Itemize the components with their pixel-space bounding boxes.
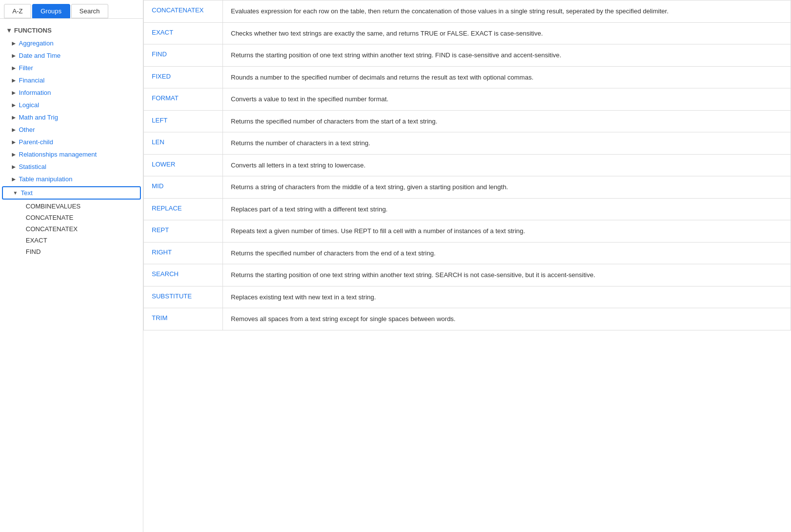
function-desc-concatenatex: Evaluates expression for each row on the… xyxy=(223,0,791,23)
function-desc-left: Returns the specified number of characte… xyxy=(223,110,791,132)
table-row: LEFTReturns the specified number of char… xyxy=(144,110,791,132)
table-row: FORMATConverts a value to text in the sp… xyxy=(144,88,791,111)
function-name-concatenatex[interactable]: CONCATENATEX xyxy=(144,0,223,23)
sidebar-item-filter[interactable]: ▶ Filter xyxy=(0,62,143,74)
table-row: EXACTChecks whether two text strings are… xyxy=(144,22,791,44)
tab-az[interactable]: A-Z xyxy=(4,4,31,18)
sub-item-exact[interactable]: EXACT xyxy=(8,235,143,246)
function-desc-mid: Returns a string of characters from the … xyxy=(223,176,791,199)
sub-item-combinevalues[interactable]: COMBINEVALUES xyxy=(8,201,143,212)
sidebar-item-date-time[interactable]: ▶ Date and Time xyxy=(0,49,143,62)
table-row: FINDReturns the starting position of one… xyxy=(144,44,791,67)
sidebar-item-relationships[interactable]: ▶ Relationships management xyxy=(0,148,143,161)
table-row: MIDReturns a string of characters from t… xyxy=(144,176,791,199)
sidebar-item-parent-child[interactable]: ▶ Parent-child xyxy=(0,136,143,148)
table-row: REPTRepeats text a given number of times… xyxy=(144,220,791,243)
other-arrow-icon: ▶ xyxy=(12,127,16,132)
math-trig-arrow-icon: ▶ xyxy=(12,115,16,120)
function-desc-fixed: Rounds a number to the specified number … xyxy=(223,66,791,88)
table-row: FIXEDRounds a number to the specified nu… xyxy=(144,66,791,88)
function-name-trim[interactable]: TRIM xyxy=(144,308,223,330)
table-row: SUBSTITUTEReplaces existing text with ne… xyxy=(144,286,791,308)
table-row: CONCATENATEXEvaluates expression for eac… xyxy=(144,0,791,23)
function-name-exact[interactable]: EXACT xyxy=(144,22,223,44)
function-name-substitute[interactable]: SUBSTITUTE xyxy=(144,286,223,308)
sidebar-item-other[interactable]: ▶ Other xyxy=(0,123,143,136)
function-desc-rept: Repeats text a given number of times. Us… xyxy=(223,220,791,243)
table-row: REPLACEReplaces part of a text string wi… xyxy=(144,198,791,220)
function-name-search[interactable]: SEARCH xyxy=(144,264,223,286)
sub-item-concatenatex[interactable]: CONCATENATEX xyxy=(8,223,143,235)
sidebar-item-math-trig[interactable]: ▶ Math and Trig xyxy=(0,111,143,123)
function-desc-lower: Converts all letters in a text string to… xyxy=(223,154,791,176)
financial-arrow-icon: ▶ xyxy=(12,78,16,83)
text-sub-items: COMBINEVALUES CONCATENATE CONCATENATEX E… xyxy=(0,201,143,257)
function-desc-right: Returns the specified number of characte… xyxy=(223,242,791,264)
logical-label: Logical xyxy=(19,101,39,109)
function-name-left[interactable]: LEFT xyxy=(144,110,223,132)
functions-section-label: ▼ FUNCTIONS xyxy=(6,27,51,34)
sidebar: A-Z Groups Search ▼ FUNCTIONS ▶ Aggregat… xyxy=(0,0,143,532)
other-label: Other xyxy=(19,126,35,133)
function-name-find[interactable]: FIND xyxy=(144,44,223,67)
filter-arrow-icon: ▶ xyxy=(12,65,16,71)
function-name-lower[interactable]: LOWER xyxy=(144,154,223,176)
functions-table: CONCATENATEXEvaluates expression for eac… xyxy=(143,0,791,330)
function-name-rept[interactable]: REPT xyxy=(144,220,223,243)
financial-label: Financial xyxy=(19,77,44,84)
aggregation-arrow-icon: ▶ xyxy=(12,41,16,46)
function-name-fixed[interactable]: FIXED xyxy=(144,66,223,88)
sidebar-item-table-manipulation[interactable]: ▶ Table manipulation xyxy=(0,173,143,185)
sidebar-item-text[interactable]: ▼ Text xyxy=(2,186,141,200)
function-desc-exact: Checks whether two text strings are exac… xyxy=(223,22,791,44)
filter-label: Filter xyxy=(19,64,33,72)
table-row: LOWERConverts all letters in a text stri… xyxy=(144,154,791,176)
sidebar-item-aggregation[interactable]: ▶ Aggregation xyxy=(0,37,143,49)
sidebar-item-statistical[interactable]: ▶ Statistical xyxy=(0,161,143,173)
tab-groups[interactable]: Groups xyxy=(32,4,70,18)
statistical-arrow-icon: ▶ xyxy=(12,164,16,169)
date-time-arrow-icon: ▶ xyxy=(12,53,16,58)
function-desc-find: Returns the starting position of one tex… xyxy=(223,44,791,67)
function-name-mid[interactable]: MID xyxy=(144,176,223,199)
math-trig-label: Math and Trig xyxy=(19,114,58,121)
logical-arrow-icon: ▶ xyxy=(12,102,16,108)
sub-item-concatenate[interactable]: CONCATENATE xyxy=(8,212,143,223)
function-desc-trim: Removes all spaces from a text string ex… xyxy=(223,308,791,330)
table-row: SEARCHReturns the starting position of o… xyxy=(144,264,791,286)
table-row: RIGHTReturns the specified number of cha… xyxy=(144,242,791,264)
table-manipulation-label: Table manipulation xyxy=(19,175,72,183)
text-label: Text xyxy=(21,189,33,197)
function-desc-search: Returns the starting position of one tex… xyxy=(223,264,791,286)
function-name-right[interactable]: RIGHT xyxy=(144,242,223,264)
sidebar-item-financial[interactable]: ▶ Financial xyxy=(0,74,143,86)
tab-search[interactable]: Search xyxy=(71,4,108,18)
information-label: Information xyxy=(19,89,51,96)
relationships-label: Relationships management xyxy=(19,151,97,158)
sidebar-item-information[interactable]: ▶ Information xyxy=(0,86,143,99)
table-row: TRIMRemoves all spaces from a text strin… xyxy=(144,308,791,330)
function-desc-substitute: Replaces existing text with new text in … xyxy=(223,286,791,308)
parent-child-label: Parent-child xyxy=(19,138,53,146)
functions-section-header: ▼ FUNCTIONS xyxy=(0,24,143,37)
parent-child-arrow-icon: ▶ xyxy=(12,139,16,145)
sidebar-item-logical[interactable]: ▶ Logical xyxy=(0,99,143,111)
function-desc-len: Returns the number of characters in a te… xyxy=(223,132,791,155)
text-arrow-icon: ▼ xyxy=(13,190,18,196)
aggregation-label: Aggregation xyxy=(19,40,53,47)
table-row: LENReturns the number of characters in a… xyxy=(144,132,791,155)
sub-item-find[interactable]: FIND xyxy=(8,246,143,257)
function-desc-format: Converts a value to text in the specifie… xyxy=(223,88,791,111)
date-time-label: Date and Time xyxy=(19,52,61,59)
function-desc-replace: Replaces part of a text string with a di… xyxy=(223,198,791,220)
table-manipulation-arrow-icon: ▶ xyxy=(12,176,16,182)
function-name-len[interactable]: LEN xyxy=(144,132,223,155)
tab-bar: A-Z Groups Search xyxy=(0,0,143,19)
function-name-replace[interactable]: REPLACE xyxy=(144,198,223,220)
relationships-arrow-icon: ▶ xyxy=(12,152,16,157)
function-name-format[interactable]: FORMAT xyxy=(144,88,223,111)
information-arrow-icon: ▶ xyxy=(12,90,16,95)
sidebar-content: ▼ FUNCTIONS ▶ Aggregation ▶ Date and Tim… xyxy=(0,19,143,532)
statistical-label: Statistical xyxy=(19,163,46,170)
main-content: CONCATENATEXEvaluates expression for eac… xyxy=(143,0,791,532)
